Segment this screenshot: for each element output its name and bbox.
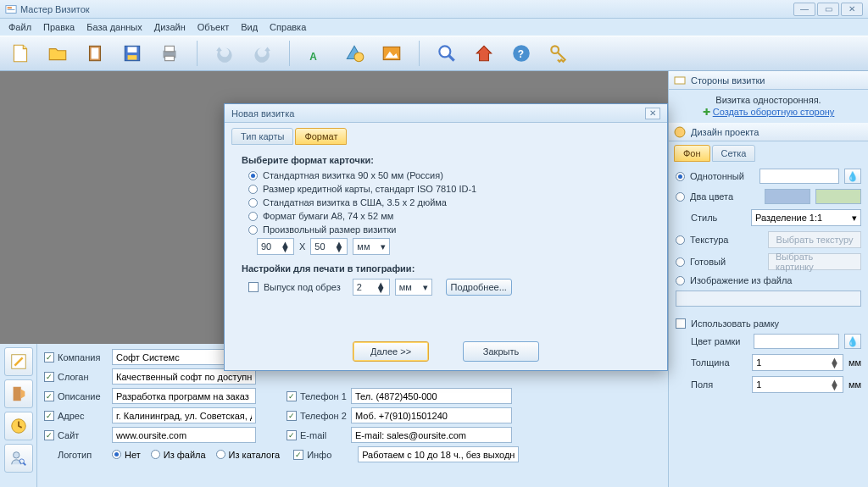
tab-format[interactable]: Формат	[295, 128, 347, 145]
next-button[interactable]: Далее >>	[353, 341, 429, 362]
picker-icon[interactable]: 💧	[844, 169, 861, 184]
menu-view[interactable]: Вид	[236, 20, 263, 34]
radio-logo-none[interactable]	[112, 450, 121, 459]
chk-frame[interactable]	[676, 318, 686, 329]
height-spin[interactable]: 50▲▼	[310, 238, 348, 255]
chk-addr[interactable]	[44, 411, 54, 421]
print-icon[interactable]	[156, 40, 183, 67]
image-icon[interactable]	[378, 40, 405, 67]
tab-bg[interactable]: Фон	[674, 145, 710, 162]
close-button[interactable]: ✕	[841, 3, 863, 16]
input-addr[interactable]	[112, 407, 256, 423]
two-color2[interactable]	[815, 189, 861, 204]
unit-select[interactable]: мм▾	[353, 238, 390, 255]
frame-color[interactable]	[754, 334, 839, 349]
key-icon[interactable]	[545, 40, 572, 67]
undo-icon[interactable]	[211, 40, 238, 67]
redo-icon[interactable]	[248, 40, 275, 67]
menu-help[interactable]: Справка	[264, 20, 311, 34]
label-info: Инфо	[307, 450, 354, 460]
opt-4[interactable]	[248, 225, 258, 235]
fromfile-path[interactable]	[676, 291, 861, 307]
text-icon[interactable]: A	[303, 40, 331, 67]
paste-icon[interactable]	[81, 40, 108, 67]
home-icon[interactable]	[470, 40, 498, 67]
input-phone1[interactable]	[351, 388, 512, 404]
opt-2[interactable]	[248, 198, 258, 208]
two-color1[interactable]	[765, 189, 810, 204]
style-select[interactable]: Разделение 1:1▾	[751, 209, 861, 226]
chk-phone2[interactable]	[287, 411, 297, 421]
chk-desc[interactable]	[44, 391, 54, 401]
label-logo-file: Из файла	[164, 450, 206, 460]
chk-company[interactable]	[44, 352, 54, 362]
label-addr: Адрес	[58, 411, 108, 421]
bleed-spin[interactable]: 2▲▼	[353, 279, 390, 296]
more-button[interactable]: Подробнее...	[446, 279, 512, 296]
help-icon[interactable]: ?	[508, 40, 535, 67]
save-icon[interactable]	[119, 40, 146, 67]
zoom-icon[interactable]	[433, 40, 460, 67]
input-site[interactable]	[112, 427, 256, 443]
radio-ready[interactable]	[676, 257, 685, 267]
svg-rect-1	[8, 7, 12, 8]
chk-info[interactable]	[293, 450, 303, 460]
person-search-icon[interactable]	[4, 444, 33, 473]
radio-fromfile[interactable]	[676, 276, 685, 285]
menu-file[interactable]: Файл	[3, 20, 36, 34]
label-phone1: Телефон 1	[300, 391, 348, 401]
input-phone2[interactable]	[351, 407, 512, 423]
radio-logo-cat[interactable]	[216, 450, 225, 459]
minimize-button[interactable]: ―	[793, 3, 815, 16]
input-info[interactable]	[358, 446, 519, 462]
tab-grid[interactable]: Сетка	[712, 145, 756, 162]
open-icon[interactable]	[44, 40, 71, 67]
menu-db[interactable]: База данных	[81, 20, 147, 34]
shape-icon[interactable]	[341, 40, 368, 67]
svg-rect-4	[92, 48, 99, 59]
input-desc[interactable]	[112, 388, 256, 404]
solid-color[interactable]	[760, 169, 839, 184]
opt-3[interactable]	[248, 212, 258, 221]
dialog-close-button[interactable]: Закрыть	[463, 341, 539, 362]
chk-bleed[interactable]	[248, 282, 259, 292]
card-icon	[674, 75, 686, 86]
margins-spin[interactable]: 1▲▼	[752, 376, 843, 393]
new-icon[interactable]	[7, 40, 34, 67]
svg-rect-21	[13, 387, 20, 401]
menu-object[interactable]: Объект	[192, 20, 234, 34]
svg-line-25	[23, 463, 25, 466]
edit-text-icon[interactable]	[4, 347, 33, 376]
svg-rect-7	[128, 55, 137, 59]
width-spin[interactable]: 90▲▼	[257, 238, 294, 255]
create-back-link[interactable]: Создать оборотную сторону	[713, 107, 835, 117]
input-email[interactable]	[351, 427, 512, 443]
dialog-close-icon[interactable]: ✕	[645, 108, 660, 119]
opt-1[interactable]	[248, 185, 258, 194]
frame-picker-icon[interactable]: 💧	[844, 334, 861, 349]
menu-edit[interactable]: Правка	[38, 20, 80, 34]
radio-texture[interactable]	[676, 235, 685, 245]
radio-two[interactable]	[676, 192, 685, 202]
bleed-unit[interactable]: мм▾	[395, 279, 432, 296]
door-icon[interactable]	[4, 379, 33, 408]
menu-design[interactable]: Дизайн	[149, 20, 191, 34]
svg-line-16	[448, 55, 454, 61]
chk-email[interactable]	[287, 430, 297, 440]
label-company: Компания	[58, 352, 108, 362]
chk-phone1[interactable]	[287, 391, 297, 401]
radio-solid[interactable]	[676, 172, 685, 181]
svg-rect-26	[675, 77, 685, 84]
chk-site[interactable]	[44, 430, 54, 440]
chk-slogan[interactable]	[44, 372, 54, 382]
label-desc: Описание	[58, 391, 108, 401]
tab-cardtype[interactable]: Тип карты	[231, 128, 293, 145]
radio-logo-file[interactable]	[151, 450, 160, 459]
thickness-spin[interactable]: 1▲▼	[752, 354, 843, 371]
opt-0[interactable]	[248, 171, 258, 180]
clock-icon[interactable]	[4, 412, 33, 440]
svg-rect-10	[165, 56, 175, 60]
label-logo-cat: Из каталога	[229, 450, 281, 460]
maximize-button[interactable]: ▭	[817, 3, 839, 16]
format-heading: Выберите формат карточки:	[242, 155, 650, 165]
